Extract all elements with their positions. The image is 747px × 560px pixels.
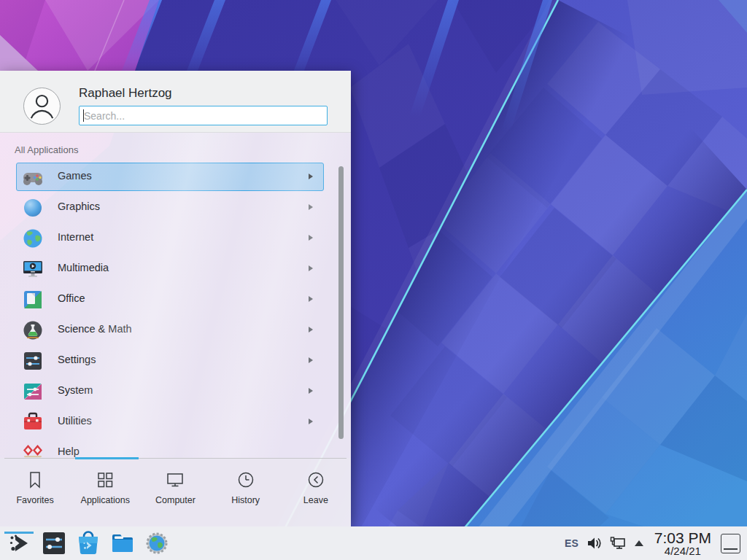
search-field[interactable] bbox=[79, 106, 328, 125]
help-icon bbox=[21, 441, 44, 458]
application-launcher-button[interactable] bbox=[7, 530, 33, 556]
office-icon bbox=[21, 288, 44, 311]
leave-icon bbox=[306, 470, 326, 490]
system-tray: ES bbox=[565, 526, 747, 560]
volume-icon[interactable] bbox=[586, 535, 602, 551]
tab-applications[interactable]: Applications bbox=[70, 465, 140, 505]
desktop: Raphael Hertzog All Applications bbox=[0, 0, 747, 560]
submenu-arrow-icon bbox=[309, 296, 313, 302]
science-math-icon bbox=[21, 319, 44, 342]
submenu-arrow-icon bbox=[309, 388, 313, 394]
list-scrollbar[interactable] bbox=[338, 166, 344, 439]
clock-time: 7:03 PM bbox=[654, 530, 711, 545]
category-internet[interactable]: Internet bbox=[0, 223, 351, 254]
submenu-arrow-icon bbox=[309, 235, 313, 241]
kickoff-icon bbox=[7, 530, 33, 556]
category-graphics[interactable]: Graphics bbox=[0, 192, 351, 223]
network-icon[interactable] bbox=[609, 534, 627, 552]
tab-favorites[interactable]: Favorites bbox=[0, 465, 70, 505]
category-help[interactable]: Help bbox=[0, 438, 351, 458]
submenu-arrow-icon bbox=[309, 419, 313, 424]
category-multimedia[interactable]: Multimedia bbox=[0, 254, 351, 284]
application-launcher-menu: Raphael Hertzog All Applications bbox=[0, 71, 351, 526]
discover-icon bbox=[75, 530, 101, 556]
user-avatar[interactable] bbox=[23, 88, 61, 125]
submenu-arrow-icon bbox=[309, 204, 313, 210]
user-name: Raphael Hertzog bbox=[79, 86, 172, 101]
active-task-indicator bbox=[4, 532, 34, 534]
globe-gear-icon bbox=[144, 530, 170, 556]
history-icon bbox=[236, 470, 256, 490]
expand-tray-icon[interactable] bbox=[634, 540, 644, 547]
favorites-icon bbox=[25, 470, 45, 490]
launcher-header: Raphael Hertzog bbox=[0, 71, 351, 133]
system-settings-launcher[interactable] bbox=[41, 530, 67, 556]
category-office[interactable]: Office bbox=[0, 284, 351, 315]
category-system[interactable]: System bbox=[0, 376, 351, 407]
category-games[interactable]: Games bbox=[0, 162, 351, 192]
web-browser-launcher[interactable] bbox=[144, 530, 170, 556]
computer-icon bbox=[165, 470, 185, 490]
submenu-arrow-icon bbox=[309, 327, 313, 332]
section-label: All Applications bbox=[15, 144, 78, 155]
show-desktop-button[interactable] bbox=[721, 534, 740, 553]
system-settings-icon bbox=[41, 530, 67, 556]
launcher-footer: Favorites Applications bbox=[0, 458, 351, 526]
file-manager-launcher[interactable] bbox=[109, 530, 136, 556]
utilities-icon bbox=[21, 411, 44, 434]
category-science-math[interactable]: Science & Math bbox=[0, 315, 351, 346]
digital-clock[interactable]: 7:03 PM 4/24/21 bbox=[654, 530, 711, 557]
submenu-arrow-icon bbox=[309, 357, 313, 363]
active-tab-indicator bbox=[75, 457, 139, 459]
tab-computer[interactable]: Computer bbox=[140, 465, 210, 505]
keyboard-layout-indicator[interactable]: ES bbox=[565, 537, 578, 549]
multimedia-icon bbox=[21, 257, 44, 281]
folder-icon bbox=[109, 530, 136, 556]
category-utilities[interactable]: Utilities bbox=[0, 407, 351, 438]
category-settings[interactable]: Settings bbox=[0, 346, 351, 376]
submenu-arrow-icon bbox=[309, 174, 313, 179]
games-icon bbox=[21, 166, 44, 189]
submenu-arrow-icon bbox=[309, 265, 313, 271]
discover-launcher[interactable] bbox=[75, 530, 101, 556]
taskbar-panel: ES bbox=[0, 526, 747, 560]
clock-date: 4/24/21 bbox=[654, 545, 711, 557]
footer-separator bbox=[4, 458, 347, 459]
tab-leave[interactable]: Leave bbox=[281, 465, 351, 505]
graphics-icon bbox=[21, 196, 44, 219]
application-category-list: All Applications Games bbox=[0, 133, 351, 458]
applications-icon bbox=[95, 470, 115, 490]
search-input[interactable] bbox=[79, 106, 328, 125]
tab-history[interactable]: History bbox=[211, 465, 281, 505]
system-icon bbox=[21, 380, 44, 403]
settings-icon bbox=[21, 349, 44, 373]
internet-icon bbox=[21, 227, 44, 250]
text-cursor bbox=[83, 109, 84, 122]
